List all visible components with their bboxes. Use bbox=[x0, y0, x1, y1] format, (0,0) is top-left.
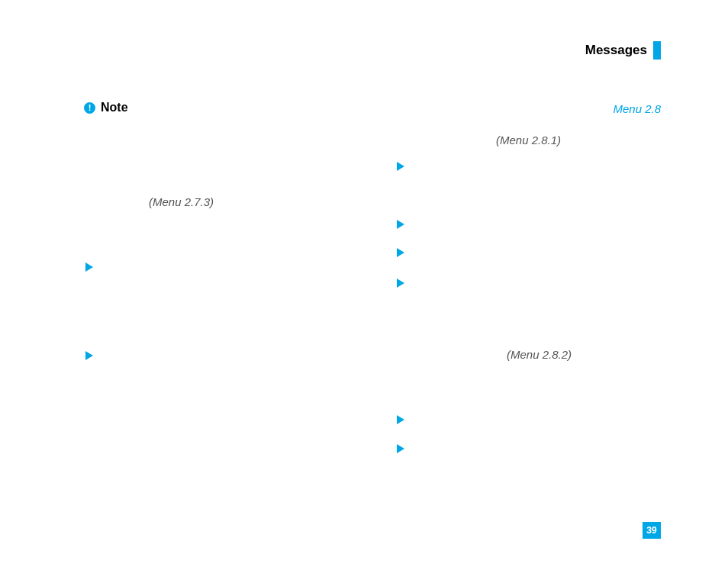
page-number: 39 bbox=[643, 522, 661, 539]
menu-ref-281: (Menu 2.8.1) bbox=[496, 134, 561, 147]
menu-ref-282: (Menu 2.8.2) bbox=[507, 348, 572, 361]
note-label: Note bbox=[101, 101, 128, 114]
page: Messages ! Note (Menu 2.7.3) Menu 2.8 (M… bbox=[0, 0, 728, 583]
triangle-icon bbox=[397, 248, 404, 257]
section-title: Messages bbox=[585, 43, 647, 58]
page-header: Messages bbox=[585, 41, 661, 60]
triangle-icon bbox=[397, 279, 404, 288]
triangle-icon bbox=[85, 351, 93, 360]
menu-ref-273: (Menu 2.7.3) bbox=[149, 195, 214, 208]
triangle-icon bbox=[397, 415, 404, 424]
triangle-icon bbox=[397, 220, 404, 229]
note-icon: ! bbox=[84, 102, 95, 114]
header-bar bbox=[653, 41, 661, 60]
triangle-icon bbox=[397, 162, 404, 171]
menu-ref-28: Menu 2.8 bbox=[613, 102, 661, 115]
triangle-icon bbox=[85, 263, 93, 272]
note-row: ! Note bbox=[84, 101, 128, 114]
triangle-icon bbox=[397, 444, 404, 453]
